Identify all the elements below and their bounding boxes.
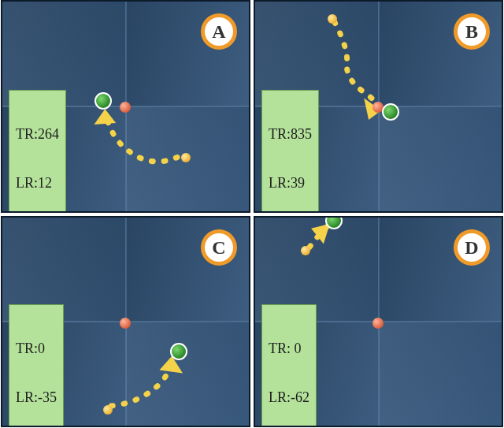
panel-b: B TR:835 LR:39 [254, 0, 503, 213]
agent-marker-icon [170, 343, 187, 360]
start-marker-icon [103, 405, 113, 415]
center-marker-icon [372, 318, 384, 329]
start-marker-icon [301, 246, 310, 255]
agent-marker-icon [382, 103, 399, 121]
start-marker-icon [181, 153, 191, 162]
svg-marker-0 [94, 109, 116, 125]
start-marker-icon [328, 14, 337, 24]
panel-c: C TR:0 LR:-35 [1, 216, 250, 427]
agent-marker-icon [94, 92, 112, 110]
center-marker-icon [120, 102, 131, 113]
center-marker-icon [120, 318, 131, 329]
panel-d: D TR: 0 LR:-62 [254, 216, 503, 427]
panel-a: A TR:264 LR:12 [1, 0, 250, 213]
